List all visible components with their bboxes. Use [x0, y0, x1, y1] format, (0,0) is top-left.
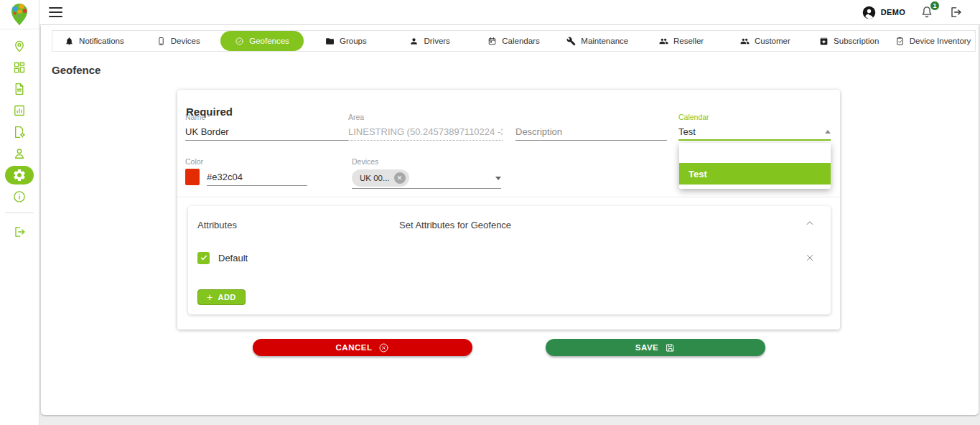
logout-icon [948, 5, 963, 19]
sidebar-divider [5, 212, 34, 213]
description-input[interactable]: Description [515, 123, 667, 141]
add-attribute-button[interactable]: + ADD [197, 289, 246, 305]
sidebar-item-settings[interactable] [5, 166, 34, 185]
tab-subscription[interactable]: Subscription [807, 31, 891, 51]
tab-label: Geofences [249, 37, 289, 45]
archive-icon [819, 37, 829, 46]
tab-label: Reseller [673, 37, 704, 45]
chevron-up-icon[interactable] [805, 218, 815, 228]
document-icon [12, 82, 27, 96]
attributes-title: Attributes [197, 220, 237, 230]
avatar [862, 6, 876, 19]
sidebar-item-map[interactable] [5, 37, 34, 55]
tab-groups[interactable]: Groups [304, 31, 388, 51]
cancel-button-label: CANCEL [336, 343, 373, 352]
tab-label: Notifications [79, 37, 124, 45]
geofence-form-card: Required Name * UK Border Area LINESTRIN… [177, 90, 840, 330]
location-pin-icon [12, 39, 27, 53]
tab-maintenance[interactable]: Maintenance [556, 31, 640, 51]
cancel-circle-icon [378, 342, 389, 353]
tab-devices[interactable]: Devices [136, 31, 220, 51]
person-filled-icon [409, 37, 419, 46]
tab-label: Calendars [502, 37, 539, 45]
cancel-button[interactable]: CANCEL [253, 339, 472, 356]
save-button-label: SAVE [635, 343, 658, 352]
tab-geofences[interactable]: Geofences [220, 31, 304, 51]
save-icon [665, 342, 676, 353]
gear-icon [12, 168, 27, 182]
attribute-checkbox[interactable] [197, 252, 210, 264]
area-input: LINESTRING (50.24573897110224 -3 [348, 123, 503, 141]
calendar-select[interactable]: Test [678, 123, 831, 141]
wrench-icon [566, 37, 576, 46]
tab-label: Groups [340, 37, 367, 45]
sidebar-item-report-settings[interactable] [5, 123, 34, 141]
color-field[interactable]: Color #e32c04 [185, 157, 307, 186]
check-circle-icon [235, 37, 244, 46]
area-field: Area LINESTRING (50.24573897110224 -3 [348, 113, 503, 141]
clipboard-check-icon [895, 37, 905, 46]
tab-notifications[interactable]: Notifications [52, 31, 136, 51]
report-chart-icon [12, 103, 27, 118]
calendar-label: Calendar [678, 113, 831, 123]
tab-label: Drivers [424, 37, 449, 45]
name-label: Name * [185, 113, 349, 123]
calendar-value: Test [678, 126, 696, 137]
topbar: DEMO 1 [39, 0, 980, 25]
tab-label: Device Inventory [910, 37, 971, 45]
attribute-label: Default [218, 253, 248, 263]
save-button[interactable]: SAVE [546, 339, 765, 356]
document-gear-icon [12, 125, 27, 139]
tab-label: Devices [171, 37, 200, 45]
user-menu[interactable]: DEMO [862, 6, 905, 19]
page-title: Geofence [52, 64, 101, 76]
calendar-field[interactable]: Calendar Test [678, 113, 831, 141]
tab-device-inventory[interactable]: Device Inventory [891, 31, 975, 51]
sidebar-item-users[interactable] [5, 144, 34, 163]
calendar-dropdown: Test [679, 143, 831, 189]
sidebar [0, 0, 39, 425]
name-field[interactable]: Name * UK Border [185, 113, 349, 141]
sidebar-item-dashboard[interactable] [5, 58, 34, 77]
devices-select[interactable]: UK 00... ✕ [352, 168, 501, 189]
caret-down-icon [495, 177, 501, 180]
name-input[interactable]: UK Border [185, 123, 349, 141]
person-icon [12, 146, 27, 161]
app-logo-icon [7, 1, 32, 27]
color-swatch[interactable] [185, 169, 200, 185]
chip-remove-icon[interactable]: ✕ [394, 172, 406, 184]
color-label: Color [185, 157, 307, 168]
description-field[interactable]: Description [515, 113, 667, 141]
sidebar-item-about[interactable] [5, 187, 34, 206]
attributes-subtitle: Set Attributes for Geofence [399, 220, 511, 230]
devices-label: Devices [352, 157, 501, 168]
color-input[interactable]: #e32c04 [207, 169, 307, 186]
notifications-bell-button[interactable]: 1 [920, 5, 934, 19]
folder-icon [325, 37, 335, 46]
remove-attribute-icon[interactable] [805, 253, 815, 263]
tab-reseller[interactable]: Reseller [640, 31, 724, 51]
tab-bar: NotificationsDevicesGeofencesGroupsDrive… [52, 30, 976, 52]
tab-label: Customer [755, 37, 790, 45]
tab-drivers[interactable]: Drivers [388, 31, 472, 51]
tab-calendars[interactable]: Calendars [472, 31, 556, 51]
notification-badge: 1 [930, 1, 940, 11]
app-logo[interactable] [0, 0, 39, 29]
tab-customer[interactable]: Customer [724, 31, 808, 51]
caret-up-icon [825, 130, 831, 134]
device-chip[interactable]: UK 00... ✕ [352, 169, 409, 187]
smartphone-icon [157, 37, 166, 46]
people-icon [659, 37, 668, 46]
logout-icon [12, 225, 27, 239]
calendar-option-test[interactable]: Test [679, 163, 831, 185]
sidebar-item-reports[interactable] [5, 101, 34, 120]
logout-button[interactable] [948, 5, 963, 19]
calendar-option-empty[interactable] [679, 143, 831, 163]
menu-toggle-button[interactable] [49, 7, 62, 17]
tab-label: Subscription [834, 37, 879, 45]
devices-field[interactable]: Devices UK 00... ✕ [352, 157, 501, 189]
add-button-label: ADD [218, 293, 236, 302]
sidebar-logout-button[interactable] [5, 223, 34, 241]
sidebar-item-documents[interactable] [5, 80, 34, 98]
card-divider [177, 197, 840, 197]
